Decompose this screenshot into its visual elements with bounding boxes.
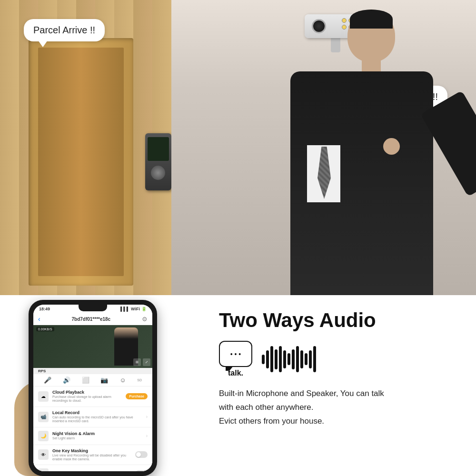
menu-item-night-vision[interactable]: 🌙 Night Vision & Alarm Set Light alarm › <box>33 427 152 445</box>
menu-item-cloud-playback[interactable]: ☁ Cloud Playback Purchase cloud storage … <box>33 387 152 407</box>
rps-label: RPS <box>33 368 152 374</box>
phone-device-id: 7bd7df01****e18c <box>71 317 110 322</box>
settings-icon[interactable]: ⚙ <box>142 316 148 323</box>
night-vision-icon: 🌙 <box>38 431 49 441</box>
local-record-subtitle: Can auto recording to the microSD card a… <box>52 416 142 424</box>
man-hand <box>383 138 400 155</box>
audio-description: Built-in Microphone and Speaker, You can… <box>219 387 457 428</box>
man-head <box>347 10 395 62</box>
doorbell-screen <box>148 137 169 161</box>
feed-toolbar: ⊞ ⤢ <box>35 358 150 366</box>
masking-title: One Key Masking <box>52 448 131 453</box>
volume-icon[interactable]: 🔊 <box>63 377 70 384</box>
top-hero-section: Parcel Arrive !! OK,Wait me !! <box>0 0 476 295</box>
feed-fullscreen-icon[interactable]: ⤢ <box>143 358 150 366</box>
audio-icons-row: • • • talk. <box>219 341 457 377</box>
settings-dots-icon[interactable]: ☺ <box>119 377 126 384</box>
waveform-bar <box>279 346 282 372</box>
menu-item-auto-tracking[interactable]: 🔄 Auto Tracking <box>33 465 152 471</box>
screenshot-icon[interactable]: 📷 <box>100 377 108 384</box>
local-record-icon: 📹 <box>38 412 49 422</box>
waveform-bar <box>305 353 307 365</box>
phone-iconbar: 🎤 🔊 ⬜ 📷 ☺ SD <box>33 374 152 387</box>
purchase-label[interactable]: Purchase <box>126 393 148 399</box>
waveform-bar <box>270 346 273 372</box>
cloud-purchase-button[interactable]: Purchase <box>126 394 148 398</box>
bubble-dots: • • • <box>230 350 241 358</box>
waveform-bar <box>309 350 312 368</box>
sd-label: SD <box>137 378 142 382</box>
bottom-section: 18:49 ▌▌▌ WiFi 🔋 ‹ 7bd7df01****e18c ⚙ <box>0 295 476 476</box>
man-hair <box>350 10 393 29</box>
waveform-bar <box>292 349 295 369</box>
phone-time: 18:49 <box>39 307 50 311</box>
phone-area: 18:49 ▌▌▌ WiFi 🔋 ‹ 7bd7df01****e18c ⚙ <box>0 295 200 476</box>
cloud-icon: ☁ <box>38 391 49 402</box>
talk-icon-wrap: • • • talk. <box>219 341 252 377</box>
waveform-bar <box>275 349 278 369</box>
bitrate-display: 0.00KB/S <box>36 327 54 331</box>
doorbell-device <box>145 133 171 190</box>
signal-icon: ▌▌▌ <box>120 307 129 311</box>
menu-text-local: Local Record Can auto recording to the m… <box>52 410 142 424</box>
waveform-bar <box>266 350 269 368</box>
camera-feed: 0.00KB/S ⊞ ⤢ <box>33 325 152 368</box>
audio-section: Two Ways Audio • • • talk. Built-in Micr… <box>200 295 476 476</box>
person-area: OK,Wait me !! <box>171 0 476 295</box>
battery-icon: 🔋 <box>141 307 147 311</box>
phone-notch <box>79 305 107 311</box>
menu-text-cloud: Cloud Playback Purchase cloud storage to… <box>52 390 122 403</box>
tracking-icon: 🔄 <box>38 468 49 471</box>
audio-desc-line3: Evict others from your house. <box>219 416 324 426</box>
audio-desc-line2: with each other anywhere. <box>219 403 313 412</box>
waveform-icon <box>262 346 316 372</box>
audio-title: Two Ways Audio <box>219 309 457 331</box>
door-panel-inner <box>38 48 124 276</box>
menu-text-masking: One Key Masking Live view and Recording … <box>52 448 131 462</box>
menu-item-one-key-masking[interactable]: 👁 One Key Masking Live view and Recordin… <box>33 445 152 466</box>
phone-screen: 18:49 ▌▌▌ WiFi 🔋 ‹ 7bd7df01****e18c ⚙ <box>33 305 152 471</box>
record-icon[interactable]: ⬜ <box>82 377 89 384</box>
night-vision-chevron-icon: › <box>146 433 148 438</box>
waveform-bar <box>296 346 299 372</box>
cloud-playback-title: Cloud Playback <box>52 390 122 395</box>
phone-header: ‹ 7bd7df01****e18c ⚙ <box>33 313 152 325</box>
man-suit <box>290 71 433 295</box>
talk-bubble-icon: • • • <box>219 341 252 367</box>
masking-subtitle: Live view and Recording will be disabled… <box>52 454 131 462</box>
local-record-title: Local Record <box>52 410 142 415</box>
menu-item-local-record[interactable]: 📹 Local Record Can auto recording to the… <box>33 407 152 427</box>
menu-text-night: Night Vision & Alarm Set Light alarm <box>52 431 142 440</box>
waveform-bar <box>288 353 290 365</box>
audio-desc-line1: Built-in Microphone and Speaker, You can… <box>219 389 384 398</box>
local-record-chevron-icon: › <box>146 414 148 419</box>
wifi-icon: WiFi <box>131 307 140 311</box>
masking-toggle[interactable] <box>135 451 148 458</box>
feed-grid-icon[interactable]: ⊞ <box>133 358 141 366</box>
man-figure <box>243 0 471 295</box>
waveform-bar <box>283 350 286 368</box>
cloud-playback-subtitle: Purchase cloud storage to upload alarm r… <box>52 395 122 403</box>
waveform-bar <box>262 355 265 364</box>
phone-mockup: 18:49 ▌▌▌ WiFi 🔋 ‹ 7bd7df01****e18c ⚙ <box>29 300 157 476</box>
mic-icon[interactable]: 🎤 <box>44 377 51 384</box>
waveform-bar <box>300 350 303 368</box>
back-arrow-icon[interactable]: ‹ <box>38 315 40 323</box>
tracking-toggle[interactable] <box>135 470 148 471</box>
bubble-parcel: Parcel Arrive !! <box>24 19 105 41</box>
night-vision-subtitle: Set Light alarm <box>52 436 142 440</box>
phone-menu: ☁ Cloud Playback Purchase cloud storage … <box>33 387 152 471</box>
night-vision-title: Night Vision & Alarm <box>52 431 142 436</box>
masking-icon: 👁 <box>38 449 49 460</box>
status-icons: ▌▌▌ WiFi 🔋 <box>120 307 147 311</box>
waveform-bar <box>313 346 316 372</box>
doorbell-button <box>151 166 165 180</box>
